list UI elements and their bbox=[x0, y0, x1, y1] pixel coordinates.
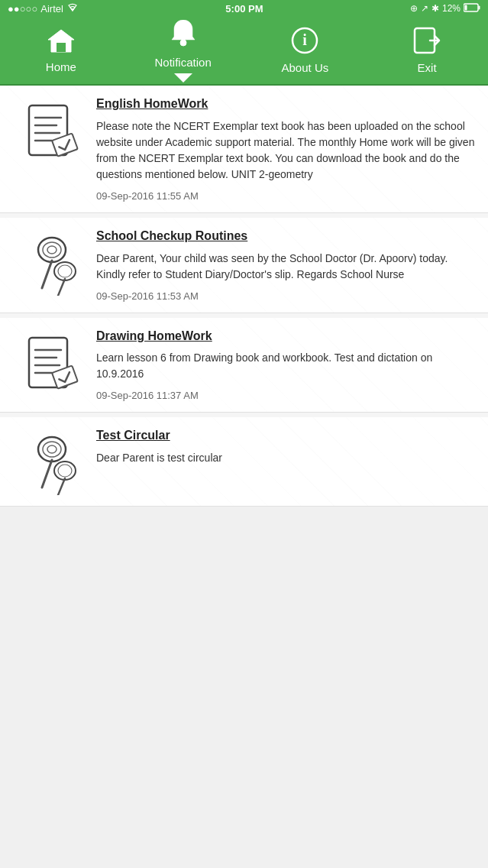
notification-icon-checkup bbox=[9, 228, 93, 296]
nav-about-label: About Us bbox=[282, 61, 329, 74]
status-bar-left: ●●○○○ Airtel bbox=[8, 3, 79, 15]
wifi-icon bbox=[66, 3, 79, 15]
notification-date-english: 09-Sep-2016 11:55 AM bbox=[96, 190, 479, 202]
notification-date-checkup: 09-Sep-2016 11:53 AM bbox=[96, 290, 479, 302]
notification-item-checkup[interactable]: School Checkup Routines Dear Parent, You… bbox=[0, 218, 488, 313]
nav-about[interactable]: i About Us bbox=[244, 21, 367, 80]
svg-rect-2 bbox=[465, 5, 467, 10]
lock-icon: ⊕ bbox=[410, 3, 418, 14]
carrier-name: Airtel bbox=[40, 3, 63, 15]
exit-icon bbox=[413, 27, 441, 58]
notification-title-circular: Test Circular bbox=[96, 428, 479, 444]
notification-body-circular: Test Circular Dear Parent is test circul… bbox=[93, 428, 479, 474]
about-icon: i bbox=[291, 27, 318, 58]
nav-home-label: Home bbox=[46, 60, 76, 73]
notification-icon-circular bbox=[9, 428, 93, 495]
notification-text-checkup: Dear Parent, Your child was seen by the … bbox=[96, 251, 479, 283]
nav-bar: Home Notification i About Us Exit bbox=[0, 17, 488, 86]
status-time: 5:00 PM bbox=[225, 3, 263, 15]
svg-line-31 bbox=[42, 460, 52, 487]
gps-icon: ↗ bbox=[421, 3, 428, 14]
svg-line-21 bbox=[58, 279, 65, 296]
notification-text-english: Please note the NCERT Exemplar text book… bbox=[96, 118, 479, 183]
notification-body-checkup: School Checkup Routines Dear Parent, You… bbox=[93, 228, 479, 302]
battery-icon bbox=[464, 3, 480, 15]
svg-line-18 bbox=[42, 261, 52, 288]
signal-dots: ●●○○○ bbox=[8, 3, 37, 15]
svg-text:i: i bbox=[303, 31, 308, 48]
nav-home[interactable]: Home bbox=[0, 21, 122, 79]
svg-rect-1 bbox=[479, 5, 480, 9]
nav-exit[interactable]: Exit bbox=[366, 21, 488, 80]
notification-title-checkup: School Checkup Routines bbox=[96, 228, 479, 245]
bluetooth-icon: ✱ bbox=[431, 3, 439, 14]
notification-body-english: English HomeWork Please note the NCERT E… bbox=[93, 96, 479, 202]
status-bar: ●●○○○ Airtel 5:00 PM ⊕ ↗ ✱ 12% bbox=[0, 0, 488, 17]
nav-exit-label: Exit bbox=[418, 61, 437, 74]
notification-icon-english bbox=[9, 96, 93, 164]
status-bar-right: ⊕ ↗ ✱ 12% bbox=[410, 3, 480, 15]
nav-notification[interactable]: Notification bbox=[122, 14, 244, 87]
notification-icon-drawing bbox=[9, 329, 93, 396]
svg-rect-4 bbox=[57, 43, 66, 52]
svg-line-34 bbox=[58, 478, 65, 495]
active-indicator bbox=[174, 73, 192, 83]
svg-point-5 bbox=[180, 40, 186, 46]
notification-item-drawing[interactable]: Drawing HomeWork Learn lesson 6 from Dra… bbox=[0, 318, 488, 413]
notification-icon bbox=[170, 20, 196, 53]
home-icon bbox=[47, 28, 75, 57]
notification-text-drawing: Learn lesson 6 from Drawing book and wor… bbox=[96, 350, 479, 382]
notification-item-circular[interactable]: Test Circular Dear Parent is test circul… bbox=[0, 417, 488, 507]
nav-notification-label: Notification bbox=[155, 56, 212, 69]
notification-date-drawing: 09-Sep-2016 11:37 AM bbox=[96, 390, 479, 401]
notification-text-circular: Dear Parent is test circular bbox=[96, 450, 479, 466]
notification-item-english[interactable]: English HomeWork Please note the NCERT E… bbox=[0, 86, 488, 213]
notification-title-english: English HomeWork bbox=[96, 96, 479, 112]
battery-percent: 12% bbox=[442, 3, 461, 14]
notification-body-drawing: Drawing HomeWork Learn lesson 6 from Dra… bbox=[93, 329, 479, 402]
notification-list: English HomeWork Please note the NCERT E… bbox=[0, 86, 488, 507]
notification-title-drawing: Drawing HomeWork bbox=[96, 329, 479, 345]
